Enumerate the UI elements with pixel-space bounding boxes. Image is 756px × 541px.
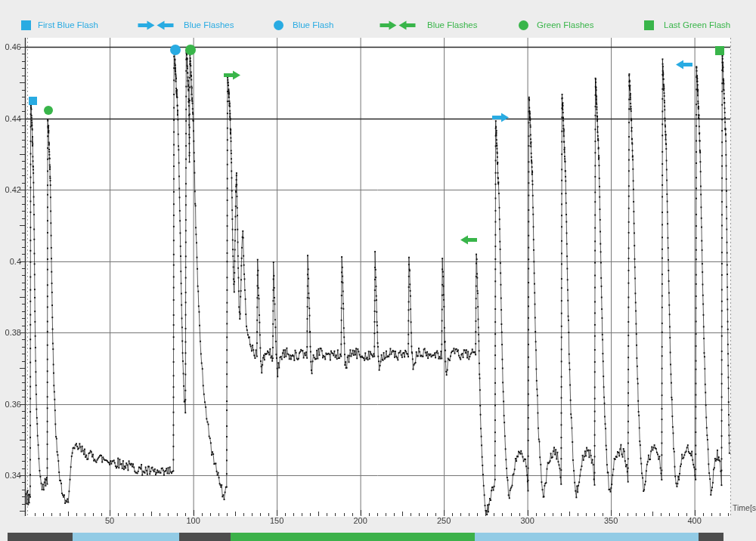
square-icon — [644, 20, 654, 30]
stimulus-segment-blue-period-2 — [475, 533, 699, 541]
green-flash-start-marker — [44, 106, 53, 115]
x-tick-label: 350 — [598, 516, 624, 525]
y-tick-label: 0.34 — [0, 471, 21, 480]
y-tick-label: 0.4 — [0, 257, 21, 266]
chart-page: First Blue FlashBlue FlashesBlue FlashBl… — [0, 0, 756, 541]
legend-label-blue-flashes: Blue Flashes — [184, 20, 234, 30]
green-flash-marker — [185, 45, 196, 55]
chart-canvas — [0, 0, 756, 541]
green-flashes-end-arrow — [460, 234, 477, 244]
legend-label-green-flashes: Green Flashes — [537, 20, 593, 30]
circle-icon — [274, 20, 284, 30]
legend-label-green-flashes-arrows: Blue Flashes — [427, 20, 477, 30]
x-tick-label: 150 — [264, 516, 290, 525]
green-flashes-start-arrow — [224, 70, 240, 79]
y-tick-label: 0.38 — [0, 328, 21, 337]
stimulus-segment-dark-period-3 — [699, 533, 723, 541]
y-tick-label: 0.46 — [0, 42, 21, 51]
blue-flashes-end-arrow — [676, 59, 692, 69]
x-tick-label: 250 — [431, 516, 457, 525]
x-tick-label: 400 — [682, 516, 708, 525]
x-tick-label: 200 — [348, 516, 373, 525]
blue-flashes-start-arrow — [492, 112, 509, 122]
last-green-flash-marker — [715, 46, 724, 55]
legend-label-blue-flash: Blue Flash — [293, 20, 333, 30]
legend-label-last-green-flash: Last Green Flash — [664, 20, 730, 30]
x-tick-label: 50 — [97, 516, 122, 525]
stimulus-segment-dark-period-1 — [8, 533, 73, 541]
square-icon — [21, 20, 31, 30]
arrows-icon — [380, 20, 416, 30]
y-tick-label: 0.44 — [0, 114, 21, 123]
stimulus-segment-green-period — [231, 533, 475, 541]
circle-icon — [519, 20, 528, 30]
x-axis-title: Time[s] — [733, 503, 756, 512]
arrows-icon — [138, 20, 174, 30]
y-tick-label: 0.42 — [0, 185, 21, 194]
blue-flash-marker — [170, 45, 181, 55]
x-tick-label: 100 — [181, 516, 206, 525]
stimulus-segment-blue-period-1 — [73, 533, 179, 541]
stimulus-period-bar — [0, 533, 756, 541]
x-tick-label: 300 — [515, 516, 541, 525]
y-tick-label: 0.36 — [0, 400, 21, 409]
first-blue-flash-marker — [29, 97, 37, 105]
legend-label-first-blue-flash: First Blue Flash — [38, 20, 98, 30]
stimulus-segment-dark-period-2 — [179, 533, 231, 541]
